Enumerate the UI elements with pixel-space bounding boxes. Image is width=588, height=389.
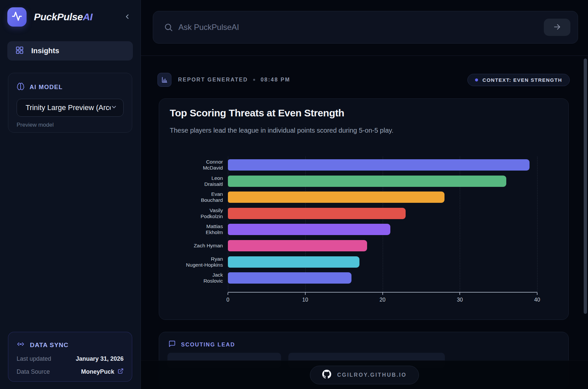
chart-subtitle: These players lead the league in individ… <box>170 127 393 134</box>
axis-tick <box>382 293 383 295</box>
sync-row-label: Last updated <box>17 355 51 362</box>
model-select-value: Trinity Large Preview (Arce <box>26 103 111 112</box>
sidebar-item-insights[interactable]: Insights <box>7 41 133 61</box>
search-bar <box>153 11 578 44</box>
axis-tick-label: 40 <box>534 297 540 303</box>
github-link[interactable]: CGILROY.GITHUB.IO <box>310 366 419 384</box>
dot-separator <box>253 79 255 81</box>
sidebar-collapse-button[interactable] <box>121 11 133 23</box>
model-helper-text: Preview model <box>17 122 124 128</box>
report-generated-label: REPORT GENERATED <box>178 77 248 83</box>
chart-bar <box>228 192 444 203</box>
ai-model-section-header: AI MODEL <box>17 82 124 92</box>
data-sync-section-label: DATA SYNC <box>30 341 68 349</box>
report-header-row: REPORT GENERATED 08:48 PM CONTEXT: EVEN … <box>157 73 570 87</box>
message-square-icon <box>168 340 181 349</box>
activity-pulse-icon <box>12 11 22 23</box>
chart-bar-label: Leon Draisaitl <box>166 175 223 187</box>
sync-row-last-updated: Last updated January 31, 2026 <box>17 355 124 362</box>
brand-title: PuckPulseAI <box>34 11 92 23</box>
chart-bar <box>228 159 530 171</box>
axis-tick <box>228 293 228 295</box>
chart-bar-label: Jack Roslovic <box>166 272 223 284</box>
chart-bar <box>228 224 390 235</box>
chevron-left-icon <box>124 13 131 21</box>
sync-row-data-source: Data Source MoneyPuck <box>17 368 124 376</box>
code-chevrons-icon <box>17 340 30 350</box>
report-chart-icon <box>157 73 171 87</box>
chart-bar <box>228 240 367 251</box>
chart-card: Top Scoring Threats at Even Strength The… <box>159 98 569 320</box>
chart-bar-label: Vasily Podkolzin <box>166 207 223 219</box>
chart-bar <box>228 272 351 284</box>
github-icon <box>322 370 337 380</box>
chart-bar-label: Zach Hyman <box>166 243 223 249</box>
axis-tick <box>459 293 460 295</box>
model-select[interactable]: Trinity Large Preview (Arce <box>17 99 124 117</box>
last-updated-value: January 31, 2026 <box>76 355 124 362</box>
sync-row-label: Data Source <box>17 368 50 375</box>
context-badge: CONTEXT: EVEN STRENGTH <box>467 74 570 86</box>
data-sync-section-header: DATA SYNC <box>17 340 124 350</box>
brand-accent-text: AI <box>83 11 92 22</box>
app-window: PuckPulseAI Insights AI MODEL Trinity La <box>0 0 588 389</box>
brand-text: PuckPulse <box>34 11 83 22</box>
chart-bar <box>228 176 506 187</box>
x-axis <box>228 292 537 293</box>
ai-model-card: AI MODEL Trinity Large Preview (Arce Pre… <box>8 73 132 133</box>
chart-bar-label: Connor McDavid <box>166 159 223 171</box>
footer: CGILROY.GITHUB.IO <box>141 360 588 389</box>
search-icon <box>164 23 173 32</box>
gridline <box>537 157 538 292</box>
main-area: REPORT GENERATED 08:48 PM CONTEXT: EVEN … <box>141 0 588 389</box>
search-input[interactable] <box>178 23 544 32</box>
sidebar-item-label: Insights <box>31 47 59 55</box>
chart-bar <box>228 256 359 268</box>
axis-tick-label: 10 <box>302 297 308 303</box>
axis-tick-label: 0 <box>227 297 230 303</box>
report-time: 08:48 PM <box>260 77 290 83</box>
status-dot-icon <box>475 78 478 81</box>
scouting-section-label: SCOUTING LEAD <box>181 341 235 348</box>
chart-bar-label: Ryan Nugent-Hopkins <box>166 256 223 268</box>
scouting-section-header: SCOUTING LEAD <box>168 340 235 349</box>
context-badge-label: CONTEXT: EVEN STRENGTH <box>482 77 562 83</box>
axis-tick-label: 30 <box>457 297 463 303</box>
data-source-value: MoneyPuck <box>81 368 114 375</box>
bar-chart: 010203040Connor McDavidLeon DraisaitlEva… <box>228 157 537 308</box>
chevron-down-icon <box>111 104 117 112</box>
ai-model-section-label: AI MODEL <box>30 84 63 91</box>
chart-bar-label: Mattias Ekholm <box>166 223 223 235</box>
app-logo <box>7 7 27 27</box>
axis-tick-label: 20 <box>380 297 386 303</box>
chart-bar-label: Evan Bouchard <box>166 191 223 203</box>
search-submit-button[interactable] <box>544 19 570 36</box>
scrollbar-thumb[interactable] <box>584 59 587 314</box>
sidebar: PuckPulseAI Insights AI MODEL Trinity La <box>0 0 141 389</box>
brain-icon <box>17 82 30 92</box>
sidebar-header: PuckPulseAI <box>7 7 133 27</box>
grid-icon <box>15 46 31 56</box>
axis-tick <box>537 293 538 295</box>
external-link-icon <box>114 368 124 376</box>
chart-bar <box>228 208 406 219</box>
github-link-label: CGILROY.GITHUB.IO <box>337 372 407 378</box>
data-source-link[interactable]: MoneyPuck <box>81 368 124 376</box>
arrow-right-icon <box>553 23 561 32</box>
axis-tick <box>305 293 306 295</box>
data-sync-card: DATA SYNC Last updated January 31, 2026 … <box>8 332 132 382</box>
header-divider <box>141 56 588 56</box>
chart-title: Top Scoring Threats at Even Strength <box>170 107 344 119</box>
